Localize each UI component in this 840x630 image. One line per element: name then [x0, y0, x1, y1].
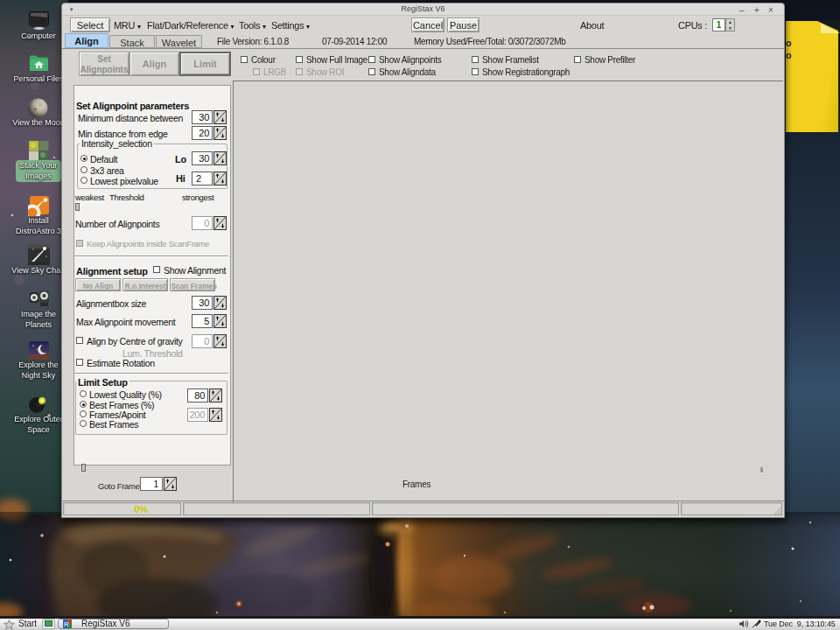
svg-text:R: R — [64, 620, 69, 628]
